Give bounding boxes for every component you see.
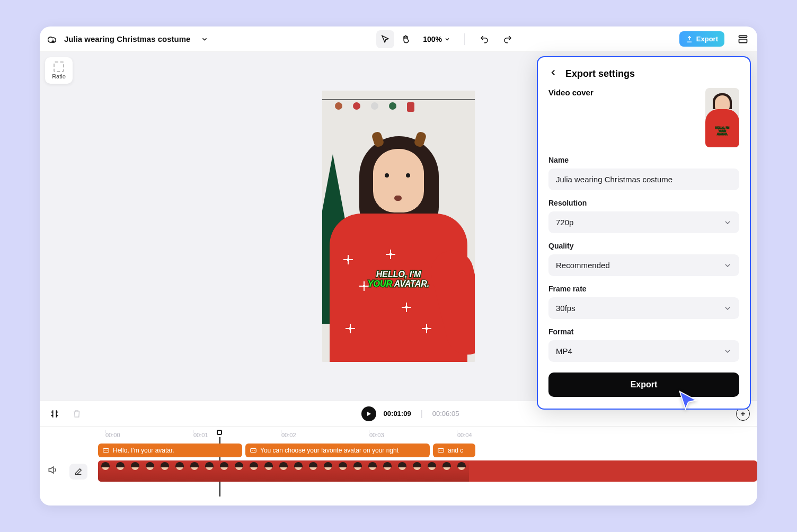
resolution-field-label: Resolution <box>548 199 739 207</box>
quality-field-label: Quality <box>548 242 739 250</box>
ruler-tick: 00:02 <box>281 432 296 438</box>
video-thumb <box>217 460 232 482</box>
video-thumb <box>439 460 454 482</box>
divider <box>464 33 465 45</box>
format-select[interactable]: MP4 <box>548 340 739 362</box>
svg-rect-2 <box>103 449 109 453</box>
video-thumb <box>246 460 261 482</box>
ruler-tick: 00:03 <box>369 432 384 438</box>
video-thumb <box>172 460 187 482</box>
svg-rect-3 <box>251 449 256 453</box>
ratio-label: Ratio <box>52 73 66 79</box>
caption-clip[interactable]: and c <box>433 444 475 457</box>
video-thumb <box>187 460 202 482</box>
video-cover-thumbnail[interactable]: HELLO, I'MYOUR AVATAR. <box>705 88 739 147</box>
format-field-label: Format <box>548 327 739 336</box>
export-back-button[interactable] <box>548 68 558 79</box>
export-button-top[interactable]: Export <box>679 31 724 47</box>
video-thumb <box>276 460 291 482</box>
project-title: Julia wearing Christmas costume <box>64 34 190 43</box>
chevron-down-icon <box>723 304 732 313</box>
video-thumb <box>350 460 365 482</box>
zoom-level[interactable]: 100% <box>420 35 454 43</box>
timeline-ruler[interactable]: 00:0000:0100:0200:0300:04 <box>105 432 750 445</box>
video-thumb <box>98 460 113 482</box>
framerate-field-label: Frame rate <box>548 285 739 293</box>
chevron-left-icon <box>548 68 558 77</box>
export-settings-panel: Export settings Video cover HELLO, I'MYO… <box>537 56 751 410</box>
svg-rect-4 <box>438 449 444 453</box>
video-thumb <box>395 460 410 482</box>
ratio-button[interactable]: Ratio <box>45 57 73 84</box>
chevron-down-icon <box>723 218 732 227</box>
video-thumb <box>410 460 424 482</box>
export-panel-title: Export settings <box>565 68 635 79</box>
select-tool[interactable] <box>376 30 394 48</box>
delete-button[interactable] <box>69 406 84 421</box>
ruler-tick: 00:04 <box>457 432 472 438</box>
playhead[interactable] <box>217 430 222 435</box>
video-cover-label: Video cover <box>548 88 594 97</box>
audio-icon[interactable] <box>47 465 60 477</box>
video-thumb <box>424 460 439 482</box>
cursor-icon <box>677 389 700 413</box>
cursor-tool-group <box>376 30 414 48</box>
video-thumb <box>306 460 321 482</box>
svg-rect-1 <box>739 39 747 43</box>
video-thumb <box>113 460 128 482</box>
video-track[interactable] <box>98 460 757 482</box>
split-button[interactable] <box>47 406 62 421</box>
framerate-select[interactable]: 30fps <box>548 297 739 319</box>
caption-clip[interactable]: You can choose your favorite avatar on y… <box>245 444 430 457</box>
caption-track[interactable]: Hello, I'm your avatar.You can choose yo… <box>98 444 757 457</box>
undo-button[interactable] <box>475 30 493 48</box>
time-divider: | <box>421 409 423 419</box>
video-preview[interactable]: HELLO, I'M YOUR AVATAR. <box>322 91 475 362</box>
redo-button[interactable] <box>499 30 517 48</box>
timeline[interactable]: 00:0000:0100:0200:0300:04 Hello, I'm you… <box>40 426 757 506</box>
chevron-down-icon <box>723 347 732 356</box>
export-label: Export <box>696 35 718 43</box>
ratio-icon <box>54 61 64 72</box>
hand-tool[interactable] <box>396 30 414 48</box>
video-thumb <box>261 460 276 482</box>
export-confirm-button[interactable]: Export <box>548 373 739 397</box>
video-thumb <box>380 460 395 482</box>
video-thumb <box>335 460 350 482</box>
time-current: 00:01:09 <box>384 410 411 418</box>
video-thumb <box>143 460 157 482</box>
edit-track-button[interactable] <box>69 464 87 480</box>
video-thumb <box>291 460 306 482</box>
chevron-down-icon <box>723 261 732 270</box>
zoom-value: 100% <box>423 35 442 43</box>
svg-rect-0 <box>739 36 747 37</box>
ruler-tick: 00:00 <box>105 432 120 438</box>
quality-select[interactable]: Recommended <box>548 254 739 276</box>
time-duration: 00:06:05 <box>432 410 459 418</box>
video-thumb <box>321 460 335 482</box>
video-thumb <box>232 460 246 482</box>
caption-icon <box>437 447 445 454</box>
name-field-label: Name <box>548 156 739 164</box>
caption-icon <box>250 447 257 454</box>
video-thumb <box>128 460 143 482</box>
video-thumb <box>365 460 380 482</box>
video-thumb <box>454 460 469 482</box>
name-input[interactable]: Julia wearing Christmas costume <box>548 169 739 190</box>
project-title-menu[interactable] <box>196 30 214 48</box>
caption-clip[interactable]: Hello, I'm your avatar. <box>98 444 242 457</box>
panels-icon[interactable] <box>736 32 750 46</box>
resolution-select[interactable]: 720p <box>548 211 739 233</box>
upload-icon <box>686 36 693 43</box>
play-button[interactable] <box>361 406 376 421</box>
ruler-tick: 00:01 <box>193 432 208 438</box>
video-thumb <box>202 460 217 482</box>
caption-icon <box>102 447 110 454</box>
video-thumb <box>157 460 172 482</box>
app-logo-icon <box>47 33 59 45</box>
video-caption: HELLO, I'M YOUR AVATAR. <box>322 270 475 289</box>
